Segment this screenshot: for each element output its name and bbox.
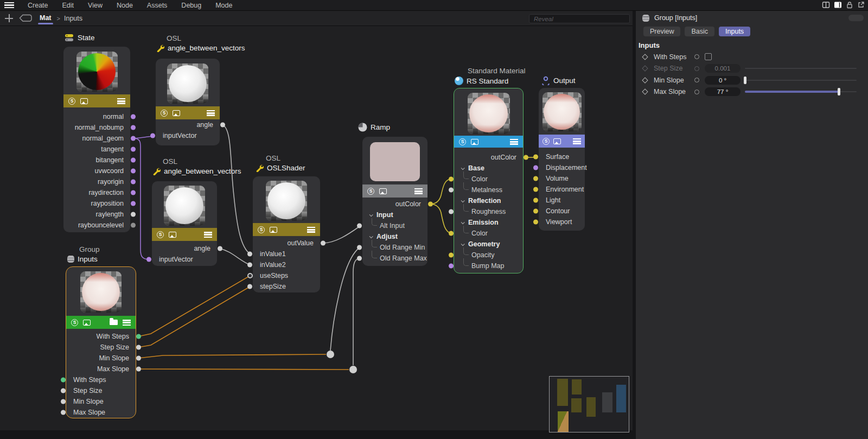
panel-tab[interactable]: Inputs <box>719 27 750 36</box>
port-row[interactable]: Metalness <box>454 184 523 195</box>
solo-icon[interactable]: S <box>157 231 164 238</box>
max-slope-slider[interactable] <box>745 88 857 96</box>
panel-tab[interactable]: Basic <box>685 27 714 36</box>
port-row[interactable]: Step Size <box>66 385 136 396</box>
single-view-icon[interactable] <box>834 1 842 9</box>
port-row[interactable]: Volume <box>539 173 585 184</box>
port-row[interactable]: normal_geom <box>63 133 130 144</box>
node-oslshader[interactable]: S outValueinValue1inValue2useStepsstepSi… <box>253 176 320 292</box>
port-row[interactable]: angle <box>152 243 217 254</box>
reroute-dot[interactable] <box>327 351 334 358</box>
port-row[interactable]: Old Range Max <box>362 253 427 264</box>
hamburger-menu-icon[interactable] <box>4 2 14 8</box>
port-circle-icon[interactable] <box>694 78 699 82</box>
panel-collapse-pill[interactable] <box>848 15 864 21</box>
node-menu-icon[interactable] <box>510 139 518 145</box>
solo-icon[interactable]: S <box>68 98 75 105</box>
port-row[interactable]: Displacement <box>539 162 585 173</box>
solo-icon[interactable]: S <box>459 138 466 145</box>
slider-handle[interactable] <box>838 88 840 96</box>
port-row[interactable]: Max Slope <box>66 407 136 418</box>
port-circle-icon[interactable] <box>694 54 699 59</box>
preview-toggle-icon[interactable] <box>379 188 387 194</box>
reroute-dot[interactable] <box>349 366 357 373</box>
node-output[interactable]: S SurfaceDisplacementVolumeEnvironmentLi… <box>539 88 585 231</box>
port-row[interactable]: normal <box>63 111 130 122</box>
breadcrumb-root[interactable]: Mat <box>38 14 53 23</box>
port-row[interactable]: Viewport <box>539 217 585 227</box>
port-circle-icon[interactable] <box>694 90 699 94</box>
port-row[interactable]: Roughness <box>454 206 523 217</box>
node-ramp[interactable]: S outColorInputAlt InputAdjustOld Range … <box>362 137 427 266</box>
menu-item[interactable]: Create <box>21 0 55 11</box>
port-row[interactable]: Min Slope <box>66 396 136 407</box>
preview-toggle-icon[interactable] <box>553 138 561 144</box>
node-menu-icon[interactable] <box>123 320 131 326</box>
port-row[interactable]: Surface <box>539 151 585 162</box>
node-menu-icon[interactable] <box>117 98 125 104</box>
min-slope-field[interactable]: 0 ° <box>705 76 741 85</box>
port-row[interactable]: angle <box>156 119 220 130</box>
port-row[interactable]: With Steps <box>66 331 136 342</box>
port-row[interactable]: uvwcoord <box>63 166 130 176</box>
port-row[interactable]: inputVector <box>152 254 217 265</box>
port-row[interactable]: outColor <box>454 152 523 163</box>
port-row[interactable]: Light <box>539 195 585 206</box>
port-row[interactable]: inputVector <box>156 130 220 141</box>
slider-handle[interactable] <box>744 77 746 84</box>
preview-toggle-icon[interactable] <box>173 110 180 116</box>
breadcrumb-current[interactable]: Inputs <box>64 15 82 22</box>
node-group-inputs[interactable]: S With StepsStep SizeMin SlopeMax SlopeW… <box>66 267 136 418</box>
preview-toggle-icon[interactable] <box>471 139 478 145</box>
node-menu-icon[interactable] <box>204 232 212 238</box>
minimap[interactable] <box>549 376 629 432</box>
node-state[interactable]: S normalnormal_nobumpnormal_geomtangentb… <box>63 47 130 232</box>
port-row[interactable]: Bump Map <box>454 260 523 271</box>
menu-item[interactable]: Debug <box>174 0 208 11</box>
port-row[interactable]: raylength <box>63 209 130 220</box>
search-input[interactable] <box>529 14 630 23</box>
port-row[interactable]: inValue2 <box>253 259 320 270</box>
port-row[interactable]: raybouncelevel <box>63 220 130 231</box>
node-osl1[interactable]: S angleinputVector <box>156 59 220 145</box>
port-row[interactable]: outValue <box>253 238 320 249</box>
port-row[interactable]: outColor <box>362 199 427 209</box>
folder-icon[interactable] <box>110 320 118 325</box>
port-row[interactable]: Max Slope <box>66 364 136 374</box>
port-row[interactable]: Environment <box>539 184 585 195</box>
preview-toggle-icon[interactable] <box>80 98 88 104</box>
port-row[interactable]: Step Size <box>66 342 136 353</box>
menu-item[interactable]: View <box>81 0 110 11</box>
step-size-field[interactable]: 0.001 <box>705 64 741 73</box>
preview-toggle-icon[interactable] <box>169 232 176 238</box>
lock-icon[interactable] <box>846 1 853 9</box>
port-row[interactable]: stepSize <box>253 281 320 292</box>
node-menu-icon[interactable] <box>414 188 423 194</box>
port-row[interactable]: normal_nobump <box>63 122 130 133</box>
menu-item[interactable]: Edit <box>55 0 81 11</box>
port-row[interactable]: Alt Input <box>362 220 427 231</box>
preview-toggle-icon[interactable] <box>270 227 277 233</box>
node-osl2[interactable]: S angleinputVector <box>152 181 217 266</box>
panel-tab[interactable]: Preview <box>643 27 680 36</box>
min-slope-slider[interactable] <box>745 77 857 84</box>
port-row[interactable]: Color <box>454 228 523 239</box>
port-row[interactable]: raydirection <box>63 187 130 198</box>
port-row[interactable]: inValue1 <box>253 249 320 259</box>
with-steps-checkbox[interactable] <box>705 53 712 60</box>
node-menu-icon[interactable] <box>573 138 581 144</box>
solo-icon[interactable]: S <box>161 110 168 117</box>
preview-toggle-icon[interactable] <box>83 320 91 326</box>
port-row[interactable]: useSteps <box>253 270 320 281</box>
max-slope-field[interactable]: 77 ° <box>705 87 741 96</box>
port-row[interactable]: rayposition <box>63 198 130 209</box>
external-link-icon[interactable] <box>857 1 865 9</box>
menu-item[interactable]: Node <box>110 0 140 11</box>
add-node-icon[interactable] <box>5 14 13 22</box>
split-view-icon[interactable] <box>822 1 830 9</box>
menu-item[interactable]: Assets <box>140 0 175 11</box>
solo-icon[interactable]: S <box>367 188 374 195</box>
node-menu-icon[interactable] <box>307 227 315 233</box>
solo-icon[interactable]: S <box>258 226 265 233</box>
material-tag-icon[interactable] <box>18 14 33 23</box>
